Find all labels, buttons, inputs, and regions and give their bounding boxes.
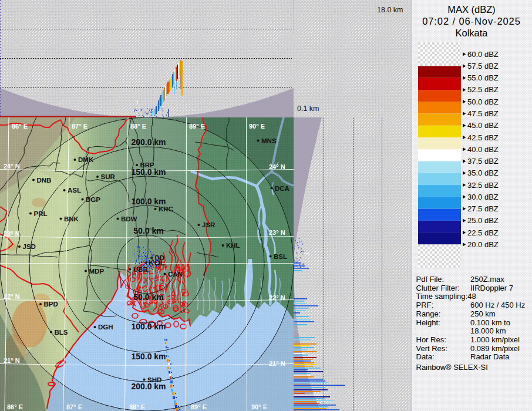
svg-text:Radar Data: Radar Data [470,352,510,361]
svg-text:37.5 dBZ: 37.5 dBZ [467,157,499,166]
svg-text:Vert Res:: Vert Res: [416,344,447,353]
svg-text:45.0 dBZ: 45.0 dBZ [467,121,499,130]
svg-text:Rainbow® SELEX-SI: Rainbow® SELEX-SI [416,363,488,372]
svg-text:Height:: Height: [416,318,440,327]
svg-text:40.0 dBZ: 40.0 dBZ [467,145,499,154]
svg-text:Kolkata: Kolkata [455,28,488,38]
svg-text:32.5 dBZ: 32.5 dBZ [467,181,499,190]
svg-text:07:02 / 06-Nov-2025: 07:02 / 06-Nov-2025 [422,16,521,26]
svg-text:18.000 km: 18.000 km [470,326,506,335]
svg-text:MAX (dBZ): MAX (dBZ) [447,4,496,15]
svg-text:Time sampling:48: Time sampling:48 [416,292,476,301]
svg-text:Pdf File:: Pdf File: [416,275,445,284]
svg-text:IIRDoppler 7: IIRDoppler 7 [470,284,513,292]
svg-text:22.5 dBZ: 22.5 dBZ [467,228,499,237]
svg-text:0.089 km/pixel: 0.089 km/pixel [470,344,520,353]
svg-text:27.5 dBZ: 27.5 dBZ [467,204,499,213]
svg-text:PRF:: PRF: [416,301,434,309]
svg-text:600 Hz / 450 Hz: 600 Hz / 450 Hz [470,301,525,309]
svg-text:55.0 dBZ: 55.0 dBZ [467,73,499,82]
svg-text:50.0 dBZ: 50.0 dBZ [467,97,499,106]
svg-text:Clutter Filter:: Clutter Filter: [416,284,460,292]
svg-text:Data:: Data: [416,352,435,361]
svg-text:0.100 km to: 0.100 km to [470,318,510,327]
svg-text:Range:: Range: [416,309,441,318]
svg-text:250 km: 250 km [470,309,496,318]
svg-text:60.0 dBZ: 60.0 dBZ [467,50,499,59]
svg-text:0.1 km: 0.1 km [297,105,319,113]
svg-text:1.000 km/pixel: 1.000 km/pixel [470,335,520,344]
svg-text:57.5 dBZ: 57.5 dBZ [467,62,499,70]
svg-text:42.5 dBZ: 42.5 dBZ [467,133,499,142]
svg-text:20.0 dBZ: 20.0 dBZ [467,240,499,249]
svg-text:52.5 dBZ: 52.5 dBZ [467,85,499,94]
svg-text:250Z.max: 250Z.max [470,275,504,284]
svg-text:47.5 dBZ: 47.5 dBZ [467,109,499,118]
svg-text:Hor Res:: Hor Res: [416,335,446,344]
svg-text:30.0 dBZ: 30.0 dBZ [467,193,499,201]
svg-text:35.0 dBZ: 35.0 dBZ [467,169,499,177]
svg-text:25.0 dBZ: 25.0 dBZ [467,216,499,225]
svg-text:18.0 km: 18.0 km [377,6,403,14]
